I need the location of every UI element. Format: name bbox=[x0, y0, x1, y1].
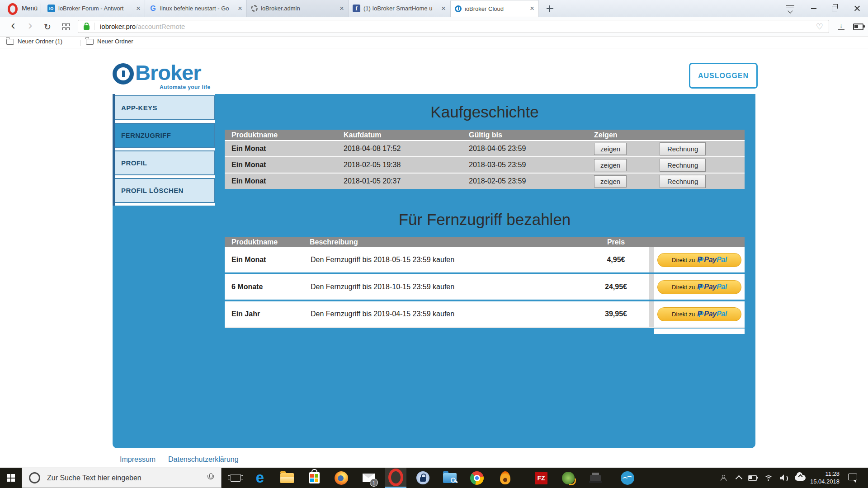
key-icon bbox=[451, 478, 456, 483]
paypal-brand-pay: Pay bbox=[704, 256, 717, 264]
action-center-button[interactable] bbox=[844, 468, 862, 488]
product-cell: Ein Monat bbox=[225, 247, 303, 272]
tray-volume-button[interactable] bbox=[777, 468, 791, 488]
taskbar-flame-app[interactable] bbox=[494, 468, 516, 488]
battery-saver-button[interactable] bbox=[850, 17, 866, 36]
rechnung-button[interactable]: Rechnung bbox=[660, 175, 706, 188]
new-tab-button[interactable] bbox=[543, 3, 556, 14]
tab-close-icon[interactable] bbox=[340, 5, 344, 13]
downloads-button[interactable] bbox=[834, 17, 849, 36]
pay-row: 6 Monate Den Fernzugriff bis 2018-10-15 … bbox=[225, 274, 745, 300]
iobroker-logo: Broker Automate your life bbox=[113, 60, 212, 90]
taskbar-firefox[interactable] bbox=[330, 468, 352, 488]
zeigen-button[interactable]: zeigen bbox=[594, 159, 627, 171]
sidebar-item-profil-loeschen[interactable]: PROFIL LÖSCHEN bbox=[115, 178, 215, 203]
iobroker-forum-favicon bbox=[47, 5, 55, 12]
tab-menu-button[interactable] bbox=[780, 0, 800, 17]
sidebar: APP-KEYS FERNZUGRIFF PROFIL PROFIL LÖSCH… bbox=[113, 94, 215, 206]
taskbar-mail[interactable]: 1 bbox=[358, 468, 379, 488]
sidebar-item-profil[interactable]: PROFIL bbox=[115, 150, 215, 175]
speed-dial-button[interactable] bbox=[57, 17, 75, 36]
pay-row: Ein Jahr Den Fernzugriff bis 2019-04-15 … bbox=[225, 301, 745, 327]
tab-title: ioBroker.admin bbox=[261, 5, 337, 12]
tab-menu-icon bbox=[786, 5, 794, 12]
forward-button[interactable] bbox=[23, 17, 38, 36]
price-cell: 4,95€ bbox=[583, 247, 649, 272]
tab-close-icon[interactable] bbox=[441, 5, 446, 13]
zeigen-button[interactable]: zeigen bbox=[594, 175, 627, 188]
opera-logo-icon[interactable] bbox=[8, 3, 18, 15]
microphone-icon[interactable] bbox=[207, 473, 214, 483]
tab-iobroker-admin[interactable]: ioBroker.admin bbox=[247, 0, 349, 17]
flame-icon bbox=[500, 471, 510, 484]
tray-network-button[interactable] bbox=[761, 468, 775, 488]
column-header: Produktname bbox=[225, 237, 303, 247]
paypal-brand-pay: Pay bbox=[704, 310, 717, 318]
taskbar-jdownloader[interactable] bbox=[557, 468, 579, 488]
bookmarks-bar: Neuer Ordner (1) Neuer Ordner bbox=[0, 37, 868, 48]
speaker-icon bbox=[780, 474, 788, 481]
tab-close-icon[interactable] bbox=[136, 5, 141, 13]
sidebar-item-app-keys[interactable]: APP-KEYS bbox=[115, 95, 215, 120]
tray-overflow-button[interactable] bbox=[733, 468, 745, 488]
back-button[interactable] bbox=[5, 17, 21, 36]
paypal-button[interactable]: Direkt zu PayPal bbox=[657, 307, 741, 321]
reload-button[interactable] bbox=[40, 17, 55, 36]
paypal-button[interactable]: Direkt zu PayPal bbox=[657, 253, 741, 267]
footer-link-datenschutz[interactable]: Datenschutzerklärung bbox=[168, 455, 239, 464]
openoffice-icon bbox=[621, 471, 634, 485]
taskbar-clock[interactable]: 11:28 15.04.2018 bbox=[801, 470, 840, 485]
taskbar-printer-app[interactable] bbox=[585, 468, 606, 488]
bookmark-folder-2[interactable]: Neuer Ordner bbox=[86, 38, 133, 45]
tab-iobroker-forum[interactable]: ioBroker Forum - Antwort bbox=[43, 0, 145, 17]
people-icon bbox=[720, 475, 727, 481]
bookmark-heart-icon[interactable] bbox=[816, 22, 823, 32]
task-view-button[interactable] bbox=[225, 468, 246, 488]
wifi-icon bbox=[764, 475, 773, 481]
taskbar-search-box[interactable]: Zur Suche Text hier eingeben bbox=[22, 468, 222, 488]
taskbar-keepass[interactable] bbox=[412, 468, 434, 488]
taskbar-edge[interactable] bbox=[249, 468, 271, 488]
tray-people-button[interactable] bbox=[717, 468, 730, 488]
sidebar-item-fernzugriff[interactable]: FERNZUGRIFF bbox=[115, 123, 215, 148]
tab-google-search[interactable]: linux befehle neustart - Go bbox=[145, 0, 247, 17]
secure-lock-icon[interactable] bbox=[84, 25, 90, 30]
tab-iobroker-cloud-active[interactable]: ioBroker Cloud bbox=[450, 0, 539, 17]
tray-battery-button[interactable] bbox=[745, 468, 759, 488]
grid-icon bbox=[62, 23, 70, 31]
rechnung-button[interactable]: Rechnung bbox=[660, 142, 706, 155]
tab-facebook[interactable]: (1) IoBroker SmartHome u bbox=[349, 0, 450, 17]
tab-close-icon[interactable] bbox=[238, 5, 242, 13]
taskbar-filezilla[interactable] bbox=[530, 468, 552, 488]
address-bar[interactable]: iobroker.pro /accountRemote bbox=[78, 20, 829, 33]
logout-button[interactable]: AUSLOGGEN bbox=[689, 63, 758, 89]
microsoft-store-icon bbox=[309, 472, 320, 483]
tab-close-icon[interactable] bbox=[530, 5, 534, 13]
iobroker-cloud-favicon bbox=[455, 5, 462, 12]
bookmark-folder-1[interactable]: Neuer Ordner (1) bbox=[6, 38, 62, 45]
opera-menu-button[interactable]: Menü bbox=[22, 5, 38, 12]
window-close-button[interactable] bbox=[845, 0, 868, 17]
taskbar-file-explorer[interactable] bbox=[276, 468, 298, 488]
mail-badge: 1 bbox=[370, 479, 378, 487]
window-minimize-button[interactable] bbox=[804, 0, 824, 17]
taskbar-opera-active[interactable] bbox=[385, 468, 406, 488]
taskbar-store[interactable] bbox=[303, 468, 325, 488]
window-restore-button[interactable] bbox=[825, 0, 844, 17]
zeigen-button[interactable]: zeigen bbox=[594, 143, 627, 155]
footer-link-impressum[interactable]: Impressum bbox=[120, 455, 156, 464]
tab-title: linux befehle neustart - Go bbox=[160, 5, 235, 12]
taskbar-openoffice[interactable] bbox=[617, 468, 638, 488]
pay-table: Produktname Beschreibung Preis Ein Monat… bbox=[225, 237, 745, 328]
start-button[interactable] bbox=[0, 468, 22, 488]
rechnung-button[interactable]: Rechnung bbox=[660, 159, 706, 172]
bookmark-label: Neuer Ordner bbox=[97, 38, 133, 45]
column-header: Kaufdatum bbox=[337, 130, 462, 140]
minimize-icon bbox=[811, 8, 816, 9]
browser-navbar: iobroker.pro /accountRemote bbox=[0, 17, 868, 37]
address-domain: iobroker.pro bbox=[100, 23, 136, 30]
download-icon bbox=[838, 23, 845, 30]
taskbar-winscp[interactable] bbox=[439, 468, 461, 488]
taskbar-chrome[interactable] bbox=[466, 468, 488, 488]
paypal-button[interactable]: Direkt zu PayPal bbox=[657, 280, 741, 294]
